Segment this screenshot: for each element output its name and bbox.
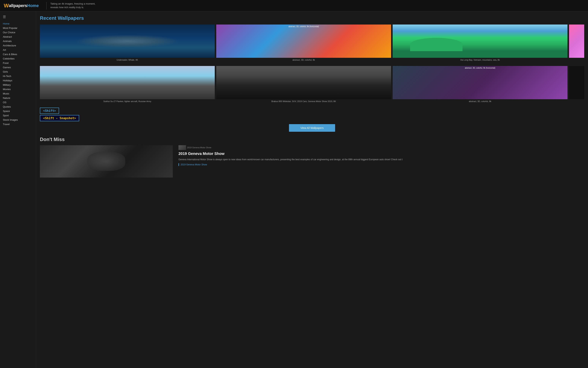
shift-badge: <Shift> [40, 108, 59, 114]
sidebar-link-animals[interactable]: Animals [0, 39, 36, 43]
gallery-item-suv[interactable]: Brabus 800 Widestar, SUV, 2019 Cars, Gen… [216, 66, 391, 104]
sidebar-link-home[interactable]: Home [0, 21, 36, 26]
gallery-item-whale[interactable]: Underwater, Whale, 4K [40, 25, 215, 62]
sidebar: ☰ Home Most Popular Our Choice Abstract … [0, 11, 36, 368]
abstract2-overlay-tags: abstract, 3D, colorful, 8k (horizontal) [393, 66, 568, 69]
shift-snapshot-badge: <Shift - Snapshot> [40, 115, 79, 121]
sidebar-link-girls[interactable]: Girls [0, 70, 36, 74]
gallery-item-vietnam[interactable]: Ha Long Bay, Vietnam, mountains, sea, 8k [393, 25, 568, 62]
sidebar-link-military[interactable]: Military [0, 83, 36, 87]
logo[interactable]: WallpapersHome [4, 3, 39, 9]
sidebar-item-os[interactable]: OS [0, 100, 36, 105]
gallery-item-abstract[interactable]: abstract, 3D, colorful, 8k (horizontal) … [216, 25, 391, 62]
sidebar-item-stock-images[interactable]: Stock Images [0, 118, 36, 122]
view-all-container: View All Wallpapers [40, 124, 584, 132]
gallery-img-dark [569, 66, 584, 99]
dont-miss-title: Don't Miss [40, 137, 584, 142]
header: WallpapersHome Taking an 4k images, free… [0, 0, 588, 11]
main-content: Recent Wallpapers Underwater, Whale, 4K … [36, 11, 588, 368]
gallery-caption-abstract: abstract, 3D, colorful, 8k [216, 58, 391, 62]
dont-miss-layout: 2019 Geneva Motor Show 2019 Geneva Motor… [40, 145, 584, 177]
gallery-img-whale [40, 25, 215, 58]
dont-miss-link-bar[interactable]: 2019 Geneva Motor Show [178, 163, 582, 166]
sidebar-item-military[interactable]: Military [0, 83, 36, 87]
sidebar-link-architecture[interactable]: Architecture [0, 43, 36, 48]
gallery-item-abstract2[interactable]: abstract, 3D, colorful, 8k (horizontal) … [393, 66, 568, 104]
dont-miss-tag: 2019 Geneva Motor Show [187, 146, 211, 149]
sidebar-item-animals[interactable]: Animals [0, 39, 36, 43]
gallery-caption-suv: Brabus 800 Widestar, SUV, 2019 Cars, Gen… [216, 99, 391, 104]
sidebar-item-architecture[interactable]: Architecture [0, 43, 36, 48]
sidebar-link-hi-tech[interactable]: Hi-Tech [0, 74, 36, 78]
sidebar-item-our-choice[interactable]: Our Choice [0, 30, 36, 35]
sidebar-item-food[interactable]: Food [0, 61, 36, 65]
dont-miss-description: Geneva International Motor Show is alway… [178, 158, 582, 161]
dont-miss-image[interactable] [40, 145, 173, 177]
sidebar-item-music[interactable]: Music [0, 92, 36, 96]
sidebar-link-travel[interactable]: Travel [0, 122, 36, 126]
sidebar-item-holidays[interactable]: Holidays [0, 78, 36, 83]
sidebar-link-movies[interactable]: Movies [0, 87, 36, 92]
gallery-caption-jet: Sukhoi Su-27 Flanker, fighter aircraft, … [40, 99, 215, 104]
sidebar-link-art[interactable]: Art [0, 48, 36, 52]
sidebar-item-space[interactable]: Space [0, 109, 36, 113]
dont-miss-thumbnail [178, 145, 186, 150]
sidebar-link-space[interactable]: Space [0, 109, 36, 113]
sidebar-link-music[interactable]: Music [0, 92, 36, 96]
car-silhouette [87, 152, 125, 171]
sidebar-link-os[interactable]: OS [0, 100, 36, 105]
dont-miss-content: 2019 Geneva Motor Show 2019 Geneva Motor… [176, 145, 584, 177]
sidebar-link-games[interactable]: Games [0, 65, 36, 70]
sidebar-link-sport[interactable]: Sport [0, 113, 36, 118]
gallery-img-abstract: abstract, 3D, colorful, 8k (horizontal) [216, 25, 391, 58]
logo-wallpapers: allpapers [9, 3, 27, 8]
logo-w: W [4, 3, 9, 9]
sidebar-item-travel[interactable]: Travel [0, 122, 36, 126]
sidebar-link-cars-bikes[interactable]: Cars & Bikes [0, 52, 36, 56]
gallery-img-pink [569, 25, 584, 58]
sidebar-link-food[interactable]: Food [0, 61, 36, 65]
sidebar-link-nature[interactable]: Nature [0, 96, 36, 100]
sidebar-item-abstract[interactable]: Abstract [0, 35, 36, 39]
recent-wallpapers-title: Recent Wallpapers [40, 15, 584, 21]
sidebar-link-celebrities[interactable]: Celebrities [0, 56, 36, 61]
sidebar-item-games[interactable]: Games [0, 65, 36, 70]
sidebar-item-home[interactable]: Home [0, 21, 36, 26]
header-tagline: Taking an 4k images, freezing a moment, … [50, 2, 95, 9]
gallery-img-abstract2: abstract, 3D, colorful, 8k (horizontal) [393, 66, 568, 99]
sidebar-item-quotes[interactable]: Quotes [0, 105, 36, 109]
sidebar-link-holidays[interactable]: Holidays [0, 78, 36, 83]
dont-miss-article-title[interactable]: 2019 Geneva Motor Show [178, 151, 582, 156]
sidebar-link-most-popular[interactable]: Most Popular [0, 26, 36, 30]
sidebar-item-movies[interactable]: Movies [0, 87, 36, 92]
sidebar-item-sport[interactable]: Sport [0, 113, 36, 118]
gallery-img-suv [216, 66, 391, 99]
sidebar-item-nature[interactable]: Nature [0, 96, 36, 100]
sidebar-item-cars-bikes[interactable]: Cars & Bikes [0, 52, 36, 56]
sidebar-link-stock-images[interactable]: Stock Images [0, 118, 36, 122]
sidebar-link-abstract[interactable]: Abstract [0, 35, 36, 39]
gallery-item-pink[interactable] [569, 25, 584, 62]
gallery-item-dark[interactable] [569, 66, 584, 104]
main-layout: ☰ Home Most Popular Our Choice Abstract … [0, 11, 588, 368]
sidebar-link-our-choice[interactable]: Our Choice [0, 30, 36, 35]
dont-miss-img-inner [40, 145, 173, 177]
sidebar-item-art[interactable]: Art [0, 48, 36, 52]
sidebar-item-girls[interactable]: Girls [0, 70, 36, 74]
logo-home-text: Home [27, 3, 39, 8]
gallery-caption-abstract2: abstract, 3D, colorful, 8k [393, 99, 568, 104]
gallery-caption-whale: Underwater, Whale, 4K [40, 58, 215, 62]
view-all-button[interactable]: View All Wallpapers [289, 124, 335, 132]
gallery-img-jet [40, 66, 215, 99]
gallery-item-jet[interactable]: Sukhoi Su-27 Flanker, fighter aircraft, … [40, 66, 215, 104]
dont-miss-section: Don't Miss 2019 Geneva Motor Show [40, 137, 584, 177]
hamburger-menu[interactable]: ☰ [0, 13, 36, 20]
gallery-grid-row2: Sukhoi Su-27 Flanker, fighter aircraft, … [40, 66, 584, 104]
abstract-overlay-tags: abstract, 3D, colorful, 8k (horizontal) [216, 25, 391, 28]
shift-badges-container: <Shift> <Shift - Snapshot> [40, 108, 584, 121]
gallery-grid-row1: Underwater, Whale, 4K abstract, 3D, colo… [40, 25, 584, 62]
sidebar-item-hi-tech[interactable]: Hi-Tech [0, 74, 36, 78]
sidebar-item-celebrities[interactable]: Celebrities [0, 56, 36, 61]
sidebar-link-quotes[interactable]: Quotes [0, 105, 36, 109]
sidebar-item-most-popular[interactable]: Most Popular [0, 26, 36, 30]
